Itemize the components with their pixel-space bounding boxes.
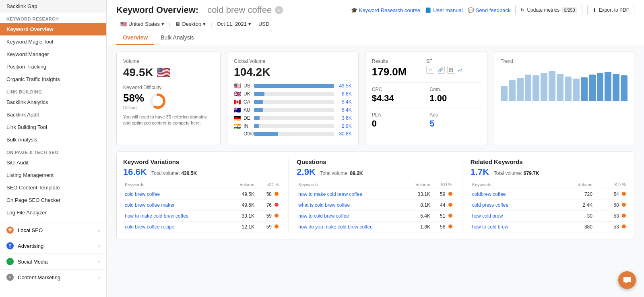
sidebar-item-content-marketing[interactable]: ✎ Content Marketing › xyxy=(0,269,106,285)
sidebar-item-backlink-gap[interactable]: Backlink Gap xyxy=(0,0,106,12)
bar-fill xyxy=(254,84,334,88)
image-icon[interactable]: 🖼 xyxy=(447,66,455,74)
sidebar-item-organic-traffic-insights[interactable]: Organic Traffic Insights xyxy=(0,73,106,85)
bar-fill xyxy=(254,92,264,96)
kd-percent: 58% xyxy=(123,92,144,104)
chat-support-button[interactable] xyxy=(618,271,636,289)
volume-cell: 49.5K xyxy=(228,200,256,211)
keyword-link[interactable]: coldbrew coffee xyxy=(472,191,506,197)
country-bar-row: 🇦🇺 AU 5.4K xyxy=(234,107,352,113)
bar-fill xyxy=(254,132,278,136)
related-keywords-section: Related Keywords 1.7K Total volume: 679.… xyxy=(471,158,627,233)
volume-cell: 5.4K xyxy=(407,211,432,222)
volume-cell: 1.6K xyxy=(407,222,432,233)
us-flag-icon: 🇺🇸 xyxy=(157,66,171,79)
tab-bulk-analysis[interactable]: Bulk Analysis xyxy=(154,31,200,45)
keyword-link[interactable]: what is cold brew coffee xyxy=(298,202,350,208)
sf-plus[interactable]: +4 xyxy=(458,68,463,74)
sidebar-item-log-file-analyzer[interactable]: Log File Analyzer xyxy=(0,206,106,219)
sidebar-item-backlink-audit[interactable]: Backlink Audit xyxy=(0,108,106,121)
questions-section: Questions 2.9K Total volume: 89.2K Keywo… xyxy=(297,158,462,233)
kd-cell: 54 xyxy=(594,189,627,200)
sidebar-item-site-audit[interactable]: Site Audit xyxy=(0,156,106,169)
link-icon[interactable]: 🔗 xyxy=(437,66,445,74)
sidebar-item-social-media[interactable]: ♡ Social Media › xyxy=(0,253,106,269)
export-pdf-button[interactable]: ⬆ Export to PDF xyxy=(587,5,634,15)
keyword-link[interactable]: how to make cold brew coffee xyxy=(298,191,362,197)
country-value: 5.4K xyxy=(336,107,352,113)
bar-fill xyxy=(254,116,260,120)
chevron-right-icon: › xyxy=(98,227,100,233)
graduation-cap-icon: 🎓 xyxy=(351,7,357,13)
date-filter[interactable]: Oct 11, 2021 ▾ xyxy=(213,19,255,29)
country-bar-row: 🇮🇳 IN 2.9K xyxy=(234,123,352,129)
volume-cell: 33.1K xyxy=(407,189,432,200)
currency-label: USD xyxy=(258,21,269,27)
pla-box: PLA 0 xyxy=(372,112,423,129)
section-label-on-page: ON PAGE & TECH SEO xyxy=(0,146,106,156)
kd-dot xyxy=(622,192,626,196)
sidebar-item-advertising[interactable]: $ Advertising › xyxy=(0,238,106,253)
kd-cell: 51 xyxy=(432,211,454,222)
kd-dot xyxy=(275,224,279,228)
add-keyword-icon[interactable]: + xyxy=(275,6,283,14)
sidebar-item-listing-management[interactable]: Listing Management xyxy=(0,169,106,181)
device-filter[interactable]: 🖥 Desktop ▾ xyxy=(171,19,210,29)
sidebar-item-bulk-analysis[interactable]: Bulk Analysis xyxy=(0,133,106,146)
star-icon[interactable]: ☆ xyxy=(426,66,434,74)
keyword-link[interactable]: cold press coffee xyxy=(472,202,509,208)
send-feedback-link[interactable]: 💬 Send feedback xyxy=(468,7,511,13)
sidebar-item-keyword-magic-tool[interactable]: Keyword Magic Tool xyxy=(0,35,106,48)
chevron-down-icon: ▾ xyxy=(248,21,251,27)
country-value: 5.4K xyxy=(336,99,352,105)
table-row: what is cold brew coffee 8.1K 44 xyxy=(297,200,454,211)
keyword-link[interactable]: cold brew coffee recipe xyxy=(125,224,174,230)
trend-bar xyxy=(581,77,588,101)
bar-fill xyxy=(254,124,259,128)
country-code: IN xyxy=(244,123,252,129)
table-row: how to cold brew 880 53 xyxy=(471,222,627,233)
page-header: Keyword Overview: cold brew coffee + 🎓 K… xyxy=(107,0,644,45)
country-filter[interactable]: 🇺🇸 United States ▾ xyxy=(116,19,168,29)
table-row: cold press coffee 2.4K 58 xyxy=(471,200,627,211)
kd-label: Keyword Difficulty xyxy=(123,85,214,90)
country-flag: 🇮🇳 xyxy=(234,123,241,129)
trend-bar xyxy=(509,80,516,101)
keyword-link[interactable]: how to make cold brew coffee xyxy=(125,213,189,219)
tab-overview[interactable]: Overview xyxy=(116,31,154,45)
country-bar-row: 🇺🇸 US 49.5K xyxy=(234,83,352,89)
table-row: how to make cold brew coffee 33.1K 59 xyxy=(123,211,280,222)
kd-dot xyxy=(448,224,452,228)
keyword-link[interactable]: cold brew coffee maker xyxy=(125,202,175,208)
volume-label: Volume xyxy=(123,58,214,64)
country-value: 30.8K xyxy=(336,131,352,137)
sidebar-item-keyword-manager[interactable]: Keyword Manager xyxy=(0,48,106,60)
keyword-link[interactable]: how to cold brew xyxy=(472,224,508,230)
sidebar-item-seo-content-template[interactable]: SEO Content Template xyxy=(0,181,106,194)
sidebar-item-position-tracking[interactable]: Position Tracking xyxy=(0,60,106,73)
keyword-link[interactable]: how to cold brew coffee xyxy=(298,213,349,219)
results-label: Results xyxy=(372,58,426,64)
sidebar-item-link-building-tool[interactable]: Link Building Tool xyxy=(0,121,106,133)
sidebar-item-on-page-seo-checker[interactable]: On Page SEO Checker xyxy=(0,194,106,206)
user-manual-link[interactable]: 📘 User manual xyxy=(425,7,463,13)
advertising-icon: $ xyxy=(6,242,14,249)
table-row: cold brew coffee recipe 12.1K 59 xyxy=(123,222,280,233)
trend-bar xyxy=(565,77,572,101)
social-media-icon: ♡ xyxy=(6,258,14,265)
metrics-cards-row: Volume 49.5K 🇺🇸 Keyword Difficulty 58% D… xyxy=(116,52,634,145)
com-box: Com. 1.00 xyxy=(423,87,481,104)
country-value: 6.6K xyxy=(336,91,352,97)
keyword-link[interactable]: how do you make cold brew coffee xyxy=(298,224,373,230)
kd-note: You will need to have 35 referring domai… xyxy=(123,114,214,127)
country-flag: 🇺🇸 xyxy=(234,83,241,89)
keyword-research-course-link[interactable]: 🎓 Keyword Research course xyxy=(351,7,420,13)
sidebar-item-backlink-analytics[interactable]: Backlink Analytics xyxy=(0,96,106,108)
keyword-link[interactable]: cold brew coffee xyxy=(125,191,160,197)
sidebar-item-local-seo[interactable]: Local SEO › xyxy=(0,222,106,238)
update-metrics-button[interactable]: ↻ Update metrics 0/250 xyxy=(515,5,582,15)
bar-fill xyxy=(254,100,263,104)
sidebar-item-keyword-overview[interactable]: Keyword Overview xyxy=(0,23,106,35)
volume-cell: 720 xyxy=(555,189,594,200)
keyword-link[interactable]: how cold brew xyxy=(472,213,503,219)
